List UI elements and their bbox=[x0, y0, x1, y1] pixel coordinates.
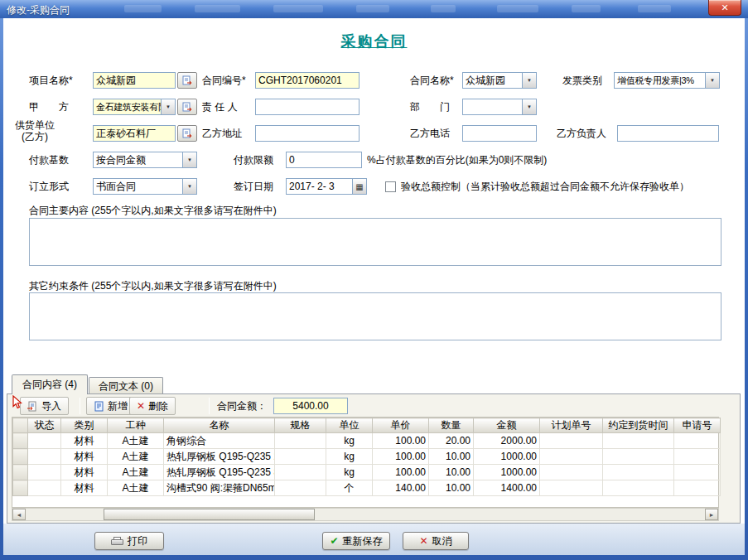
responsible-input[interactable] bbox=[255, 99, 360, 115]
column-header[interactable]: 约定到货时间 bbox=[603, 418, 674, 433]
cell-name[interactable]: 沟槽式90 阀:渠箍DN65mm bbox=[164, 480, 275, 496]
column-header[interactable]: 名称 bbox=[164, 418, 275, 433]
titlebar[interactable]: 修改-采购合同 ✕ bbox=[0, 0, 748, 18]
cell-category[interactable]: 材料 bbox=[61, 449, 108, 465]
cell-plan-no[interactable] bbox=[540, 449, 603, 465]
save-button[interactable]: ✔ 重新保存 bbox=[322, 532, 390, 550]
cell-name[interactable]: 热轧厚钢板 Q195-Q235 8 bbox=[164, 465, 275, 480]
add-button[interactable]: 新增 bbox=[86, 397, 135, 415]
chevron-down-icon[interactable]: ▼ bbox=[182, 152, 196, 167]
party-a-combobox[interactable]: 金石建筑安装有限公 ▼ bbox=[93, 99, 176, 115]
row-header-cell[interactable] bbox=[13, 433, 28, 449]
cell-work-type[interactable]: A土建 bbox=[108, 449, 164, 465]
tab-contract-items[interactable]: 合同内容 (4) bbox=[12, 374, 88, 394]
cell-status[interactable] bbox=[28, 433, 61, 449]
cell-quantity[interactable]: 20.00 bbox=[429, 433, 474, 449]
cell-amount[interactable]: 2000.00 bbox=[474, 433, 540, 449]
column-header[interactable]: 数量 bbox=[429, 418, 474, 433]
contract-no-input[interactable] bbox=[255, 72, 360, 89]
table-row[interactable]: 材料 A土建 沟槽式90 阀:渠箍DN65mm 个 140.00 10.00 1… bbox=[13, 480, 721, 496]
cell-unit[interactable]: 个 bbox=[326, 480, 373, 496]
table-row[interactable]: 材料 A土建 角钢综合 kg 100.00 20.00 2000.00 bbox=[13, 433, 721, 449]
project-name-input[interactable] bbox=[93, 72, 176, 89]
chevron-down-icon[interactable]: ▼ bbox=[161, 99, 175, 114]
close-button[interactable]: ✕ bbox=[708, 0, 741, 16]
cell-plan-no[interactable] bbox=[540, 480, 603, 496]
party-b-phone-input[interactable] bbox=[462, 125, 537, 142]
chevron-down-icon[interactable]: ▼ bbox=[522, 73, 536, 88]
row-header-cell[interactable] bbox=[13, 465, 28, 480]
chevron-down-icon[interactable]: ▼ bbox=[705, 73, 719, 88]
cell-delivery-time[interactable] bbox=[603, 480, 674, 496]
cell-request-no[interactable] bbox=[674, 449, 721, 465]
delete-button[interactable]: ✕ 删除 bbox=[129, 397, 176, 415]
cell-plan-no[interactable] bbox=[540, 433, 603, 449]
cell-quantity[interactable]: 10.00 bbox=[429, 480, 474, 496]
cell-spec[interactable] bbox=[275, 480, 326, 496]
cell-name[interactable]: 热轧厚钢板 Q195-Q235 2 bbox=[164, 449, 275, 465]
tab-contract-text[interactable]: 合同文本 (0) bbox=[89, 377, 163, 394]
cell-amount[interactable]: 1000.00 bbox=[474, 465, 540, 480]
cell-work-type[interactable]: A土建 bbox=[108, 480, 164, 496]
party-b-address-input[interactable] bbox=[255, 125, 360, 142]
cell-unit-price[interactable]: 100.00 bbox=[373, 465, 429, 480]
sign-date-picker[interactable]: 2017- 2- 3 ▦ bbox=[286, 178, 367, 195]
cell-category[interactable]: 材料 bbox=[61, 465, 108, 480]
cell-request-no[interactable] bbox=[674, 480, 721, 496]
cell-quantity[interactable]: 10.00 bbox=[429, 449, 474, 465]
row-header-cell[interactable] bbox=[13, 480, 28, 496]
cell-unit[interactable]: kg bbox=[326, 433, 373, 449]
calendar-icon[interactable]: ▦ bbox=[352, 179, 366, 194]
cancel-button[interactable]: ✕ 取消 bbox=[403, 532, 469, 550]
column-header[interactable]: 规格 bbox=[275, 418, 326, 433]
other-terms-textarea[interactable] bbox=[29, 292, 721, 340]
column-header[interactable]: 单价 bbox=[373, 418, 429, 433]
cell-unit-price[interactable]: 140.00 bbox=[373, 480, 429, 496]
main-content-textarea[interactable] bbox=[29, 218, 721, 266]
supplier-lookup-button[interactable] bbox=[177, 125, 197, 142]
cell-work-type[interactable]: A土建 bbox=[108, 433, 164, 449]
payment-base-combobox[interactable]: 按合同金额 ▼ bbox=[93, 152, 197, 168]
column-header[interactable]: 类别 bbox=[61, 418, 108, 433]
column-header[interactable]: 工种 bbox=[108, 418, 164, 433]
cell-name[interactable]: 角钢综合 bbox=[164, 433, 275, 449]
form-type-combobox[interactable]: 书面合同 ▼ bbox=[93, 178, 197, 195]
cell-unit-price[interactable]: 100.00 bbox=[373, 449, 429, 465]
cell-amount[interactable]: 1400.00 bbox=[474, 480, 540, 496]
column-header[interactable]: 状态 bbox=[28, 418, 61, 433]
chevron-down-icon[interactable]: ▼ bbox=[182, 179, 196, 194]
cell-unit-price[interactable]: 100.00 bbox=[373, 433, 429, 449]
project-lookup-button[interactable] bbox=[177, 72, 197, 89]
cell-category[interactable]: 材料 bbox=[61, 433, 108, 449]
column-header[interactable]: 金额 bbox=[474, 418, 540, 433]
scroll-right-button[interactable]: ► bbox=[705, 509, 718, 520]
table-row[interactable]: 材料 A土建 热轧厚钢板 Q195-Q235 2 kg 100.00 10.00… bbox=[13, 449, 721, 465]
column-header[interactable]: 单位 bbox=[326, 418, 373, 433]
cell-status[interactable] bbox=[28, 449, 61, 465]
cell-delivery-time[interactable] bbox=[603, 449, 674, 465]
table-row[interactable]: 材料 A土建 热轧厚钢板 Q195-Q235 8 kg 100.00 10.00… bbox=[13, 465, 721, 480]
cell-category[interactable]: 材料 bbox=[61, 480, 108, 496]
cell-quantity[interactable]: 10.00 bbox=[429, 465, 474, 480]
cell-spec[interactable] bbox=[275, 449, 326, 465]
cell-request-no[interactable] bbox=[674, 465, 721, 480]
column-header[interactable]: 申请号 bbox=[674, 418, 721, 433]
contract-name-combobox[interactable]: 众城新园 ▼ bbox=[462, 72, 537, 89]
cell-amount[interactable]: 1000.00 bbox=[474, 449, 540, 465]
cell-plan-no[interactable] bbox=[540, 465, 603, 480]
cell-status[interactable] bbox=[28, 465, 61, 480]
column-header[interactable]: 计划单号 bbox=[540, 418, 603, 433]
payment-limit-input[interactable] bbox=[286, 152, 362, 168]
print-button[interactable]: 打印 bbox=[94, 532, 164, 550]
import-button[interactable]: 导入 bbox=[20, 397, 69, 415]
party-b-leader-input[interactable] bbox=[617, 125, 719, 142]
cell-unit[interactable]: kg bbox=[326, 465, 373, 480]
cell-spec[interactable] bbox=[275, 433, 326, 449]
horizontal-scrollbar[interactable]: ◄ ► bbox=[12, 508, 719, 521]
party-a-lookup-button[interactable] bbox=[177, 99, 197, 115]
cell-delivery-time[interactable] bbox=[603, 433, 674, 449]
supplier-input[interactable] bbox=[93, 125, 176, 142]
scrollbar-thumb[interactable] bbox=[104, 509, 315, 520]
cell-unit[interactable]: kg bbox=[326, 449, 373, 465]
cell-status[interactable] bbox=[28, 480, 61, 496]
